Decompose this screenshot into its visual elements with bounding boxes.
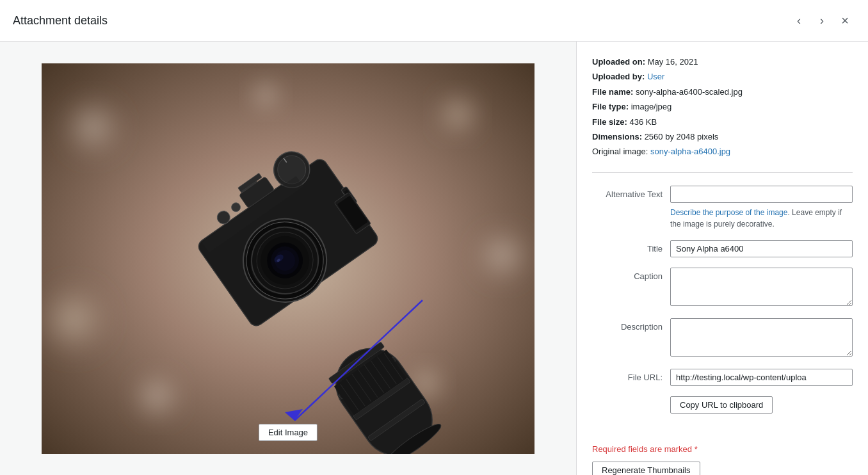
camera-background-image (42, 63, 534, 454)
modal-header: Attachment details ‹ › × (0, 0, 868, 42)
nav-prev-button[interactable]: ‹ (789, 10, 809, 31)
attachment-form: Alternative Text Describe the purpose of… (592, 186, 853, 475)
file-size-row: File size: 436 KB (592, 115, 853, 129)
original-image-link[interactable]: sony-alpha-a6400.jpg (650, 147, 730, 156)
svg-point-1 (54, 89, 131, 166)
original-image-row: Original image: sony-alpha-a6400.jpg (592, 144, 853, 159)
close-button[interactable]: × (835, 10, 855, 31)
file-name-row: File name: sony-alpha-a6400-scaled.jpg (592, 85, 853, 99)
close-icon: × (841, 13, 849, 28)
camera-image-wrapper: Edit Image (42, 63, 534, 454)
dimensions-row: Dimensions: 2560 by 2048 pixels (592, 129, 853, 144)
regenerate-thumbnails-button[interactable]: Regenerate Thumbnails (592, 462, 700, 475)
title-field (670, 240, 853, 257)
nav-next-button[interactable]: › (812, 10, 832, 31)
uploaded-by-link[interactable]: User (647, 72, 664, 81)
required-star: * (695, 444, 698, 454)
title-input[interactable] (670, 240, 853, 257)
caption-row: Caption (592, 268, 853, 308)
caption-textarea[interactable] (670, 268, 853, 306)
file-url-input[interactable] (670, 369, 853, 386)
caption-field (670, 268, 853, 308)
image-panel: Edit Image (0, 42, 576, 475)
attachment-details-modal: Attachment details ‹ › × (0, 0, 868, 475)
chevron-right-icon: › (820, 14, 824, 28)
file-type-row: File type: image/jpeg (592, 99, 853, 114)
copy-url-button[interactable]: Copy URL to clipboard (670, 396, 773, 414)
uploaded-on-row: Uploaded on: May 16, 2021 (592, 54, 853, 69)
svg-point-2 (429, 86, 486, 143)
file-url-field (670, 369, 853, 386)
title-label: Title (592, 240, 663, 254)
alt-text-field: Describe the purpose of the image. Leave… (670, 186, 853, 230)
alt-text-label: Alternative Text (592, 186, 663, 199)
modal-body: Edit Image Uploaded on: May 16, 2021 Upl… (0, 42, 868, 475)
svg-point-7 (243, 73, 288, 118)
dimensions-value: 2560 by 2048 pixels (645, 132, 719, 141)
file-info-section: Uploaded on: May 16, 2021 Uploaded by: U… (592, 54, 853, 173)
alt-text-row: Alternative Text Describe the purpose of… (592, 186, 853, 230)
description-row: Description (592, 318, 853, 358)
title-row: Title (592, 240, 853, 257)
file-name-value: sony-alpha-a6400-scaled.jpg (636, 87, 743, 97)
modal-title: Attachment details (13, 14, 108, 28)
chevron-left-icon: ‹ (797, 14, 801, 28)
alt-text-help-link[interactable]: Describe the purpose of the image (670, 208, 787, 217)
details-panel: Uploaded on: May 16, 2021 Uploaded by: U… (576, 42, 868, 475)
bottom-section: Required fields are marked * Regenerate … (592, 434, 853, 475)
alt-text-help: Describe the purpose of the image. Leave… (670, 207, 853, 230)
uploaded-on-value: May 16, 2021 (648, 57, 698, 67)
edit-image-button[interactable]: Edit Image (259, 424, 317, 441)
description-textarea[interactable] (670, 318, 853, 357)
modal-nav: ‹ › × (789, 10, 855, 31)
file-size-value: 436 KB (630, 117, 657, 127)
description-field (670, 318, 853, 358)
alt-text-input[interactable] (670, 186, 853, 203)
svg-point-3 (467, 220, 534, 291)
caption-label: Caption (592, 268, 663, 281)
required-note: Required fields are marked * (592, 439, 853, 454)
file-url-label: File URL: (592, 369, 663, 382)
copy-url-row: Copy URL to clipboard (592, 396, 853, 414)
description-label: Description (592, 318, 663, 332)
uploaded-by-row: Uploaded by: User (592, 69, 853, 84)
svg-point-5 (125, 364, 189, 428)
file-url-row: File URL: (592, 369, 853, 386)
file-type-value: image/jpeg (631, 102, 672, 111)
